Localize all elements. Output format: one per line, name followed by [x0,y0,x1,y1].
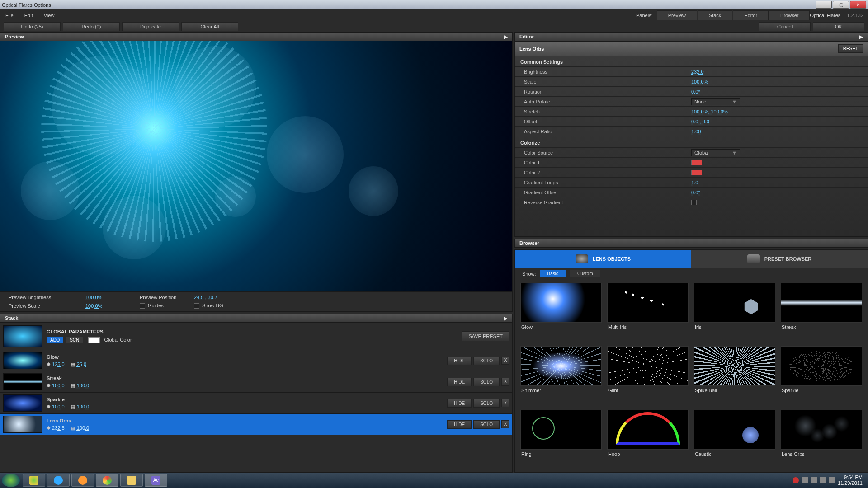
color1-swatch[interactable] [691,160,702,165]
preview-viewport[interactable] [0,41,513,292]
preview-scale-value[interactable]: 100.0% [85,303,131,309]
taskbar-app-chrome[interactable] [96,474,118,487]
duplicate-button[interactable]: Duplicate [122,22,179,31]
reset-button[interactable]: RESET [838,44,863,53]
hide-button[interactable]: HIDE [447,378,472,386]
stack-scale-value[interactable]: 100.0 [77,404,90,409]
delete-button[interactable]: X [501,357,509,365]
solo-button[interactable]: SOLO [473,399,500,408]
stack-item-lens-orbs[interactable]: Lens Orbs ✸ 232.5 ▦ 100.0 HIDE SOLO X [0,413,512,435]
brightness-value[interactable]: 232.0 [691,69,704,75]
gradient-loops-value[interactable]: 1.0 [691,180,698,185]
taskbar-app-explorer[interactable] [120,474,143,487]
panel-tab-editor[interactable]: Editor [733,10,769,20]
scale-value[interactable]: 100.0% [691,79,708,84]
stack-brightness-value[interactable]: 125.0 [52,361,65,367]
cancel-button[interactable]: Cancel [759,22,811,31]
delete-button[interactable]: X [501,378,509,386]
color2-swatch[interactable] [691,170,702,175]
stack-scale-value[interactable]: 25.0 [77,361,86,367]
panel-tab-browser[interactable]: Browser [769,10,810,20]
chevron-right-icon[interactable]: ▶ [504,316,508,321]
redo-button[interactable]: Redo (0) [63,22,120,31]
custom-toggle[interactable]: Custom [570,270,600,277]
delete-button[interactable]: X [501,399,509,407]
chevron-right-icon[interactable]: ▶ [859,34,863,39]
solo-button[interactable]: SOLO [473,420,500,429]
ok-button[interactable]: OK [813,22,864,31]
stack-scale-value[interactable]: 100.0 [77,383,90,388]
browser-item-iris[interactable]: Iris [694,283,775,342]
clear-all-button[interactable]: Clear All [181,22,238,31]
guides-checkbox[interactable] [140,303,145,309]
reverse-gradient-checkbox[interactable] [691,200,697,205]
hide-button[interactable]: HIDE [447,420,472,429]
lens-objects-tab[interactable]: LENS OBJECTS [515,250,691,268]
window-close-button[interactable]: ✕ [850,1,866,9]
auto-rotate-dropdown[interactable]: None▼ [691,98,740,105]
show-bg-checkbox[interactable] [194,303,199,309]
tray-volume-icon[interactable] [829,477,835,483]
offset-value[interactable]: 0.0 , 0.0 [691,119,709,124]
stack-panel-header: Stack ▶ [0,314,513,323]
hide-button[interactable]: HIDE [447,399,472,408]
preset-browser-tab[interactable]: PRESET BROWSER [691,250,868,268]
browser-item-hoop[interactable]: Hoop [607,410,689,469]
browser-item-caustic[interactable]: Caustic [694,410,775,469]
stack-brightness-value[interactable]: 100.0 [52,383,65,388]
browser-item-ring[interactable]: Ring [520,410,602,469]
delete-button[interactable]: X [501,420,509,428]
panels-label: Panels: [636,13,653,18]
start-button[interactable] [2,474,20,487]
basic-toggle[interactable]: Basic [540,270,566,277]
browser-item-shimmer[interactable]: Shimmer [520,346,602,405]
stack-item-streak[interactable]: Streak ✸ 100.0 ▦ 100.0 HIDE SOLO X [0,371,512,392]
chevron-right-icon[interactable]: ▶ [504,34,508,39]
rotation-value[interactable]: 0.0° [691,89,700,94]
save-preset-button[interactable]: SAVE PRESET [462,331,509,341]
color-source-dropdown[interactable]: Global▼ [691,149,740,156]
scn-button[interactable]: SCN [66,337,83,343]
browser-item-spike-ball[interactable]: Spike Ball [694,346,775,405]
stack-brightness-value[interactable]: 232.5 [52,425,65,431]
stack-item-glow[interactable]: Glow ✸ 125.0 ▦ 25.0 HIDE SOLO X [0,350,512,371]
tray-icon[interactable] [811,477,817,483]
browser-item-multi-iris[interactable]: Multi Iris [607,283,689,342]
window-maximize-button[interactable]: ▢ [833,1,849,9]
taskbar-app-media[interactable] [71,474,94,487]
tray-icon[interactable] [802,477,808,483]
browser-item-glow[interactable]: Glow [520,283,602,342]
browser-item-lens-orbs[interactable]: Lens Orbs [781,410,862,469]
panel-tab-preview[interactable]: Preview [657,10,697,20]
taskbar-app-after-effects[interactable]: Ae [145,474,167,487]
tray-icon[interactable] [793,477,799,483]
menu-file[interactable]: File [0,11,19,20]
panel-tab-stack[interactable]: Stack [698,10,733,20]
browser-item-glint[interactable]: Glint [607,346,689,405]
taskbar-app-msn[interactable] [23,474,45,487]
stack-brightness-value[interactable]: 100.0 [52,404,65,409]
browser-item-sparkle[interactable]: Sparkle [781,346,862,405]
tray-icon[interactable] [820,477,826,483]
stack-item-sparkle[interactable]: Sparkle ✸ 100.0 ▦ 100.0 HIDE SOLO X [0,392,512,413]
aspect-ratio-value[interactable]: 1.00 [691,129,701,134]
menu-view[interactable]: View [38,11,60,20]
global-color-swatch[interactable] [88,337,100,343]
system-clock[interactable]: 9:54 PM 11/29/2011 [838,474,863,486]
taskbar-app-skype[interactable] [47,474,70,487]
undo-button[interactable]: Undo (25) [4,22,61,31]
window-minimize-button[interactable]: — [816,1,832,9]
browser-item-streak[interactable]: Streak [781,283,862,342]
preview-position-value[interactable]: 24.5 , 30.7 [194,295,266,300]
add-button[interactable]: ADD [47,337,63,343]
hide-button[interactable]: HIDE [447,357,472,365]
menu-edit[interactable]: Edit [19,11,38,20]
stack-scale-value[interactable]: 100.0 [77,425,90,431]
solo-button[interactable]: SOLO [473,378,500,386]
stretch-value[interactable]: 100.0%, 100.0% [691,109,728,114]
solo-button[interactable]: SOLO [473,357,500,365]
global-parameters-row[interactable]: GLOBAL PARAMETERS ADD SCN Global Color S… [0,323,512,350]
preview-brightness-value[interactable]: 100.0% [85,295,131,300]
gradient-offset-value[interactable]: 0.0° [691,190,700,195]
system-tray[interactable]: 9:54 PM 11/29/2011 [793,474,866,486]
